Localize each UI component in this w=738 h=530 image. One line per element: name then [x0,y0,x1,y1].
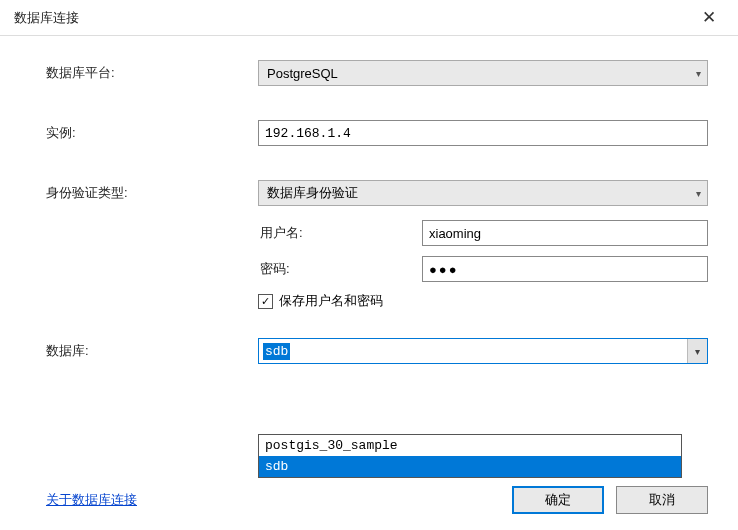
row-database: 数据库: sdb ▾ [46,338,708,364]
label-instance: 实例: [46,124,258,142]
footer: 关于数据库连接 确定 取消 [46,486,708,514]
row-authtype: 身份验证类型: 数据库身份验证 ▾ [46,180,708,206]
close-icon[interactable]: ✕ [694,7,724,28]
database-value: sdb [263,343,290,360]
about-link[interactable]: 关于数据库连接 [46,491,137,509]
combobox-chevron-down-icon[interactable]: ▾ [687,339,707,363]
username-value: xiaoming [429,226,481,241]
dropdown-item[interactable]: sdb [259,456,681,477]
label-username: 用户名: [258,224,422,242]
label-database: 数据库: [46,342,258,360]
database-dropdown: postgis_30_sample sdb [258,434,682,478]
credentials-col: 用户名: xiaoming 密码: ●●● ✓ 保存用户名和密码 [258,220,708,328]
check-icon: ✓ [261,296,270,307]
chevron-down-icon: ▾ [696,68,701,79]
titlebar: 数据库连接 ✕ [0,0,738,36]
dropdown-item[interactable]: postgis_30_sample [259,435,681,456]
username-input[interactable]: xiaoming [422,220,708,246]
database-text[interactable]: sdb [259,339,687,363]
authtype-select[interactable]: 数据库身份验证 ▾ [258,180,708,206]
cancel-button[interactable]: 取消 [616,486,708,514]
chevron-down-icon: ▾ [696,188,701,199]
content-area: 数据库平台: PostgreSQL ▾ 实例: 192.168.1.4 身份验证… [0,36,738,378]
row-platform: 数据库平台: PostgreSQL ▾ [46,60,708,86]
row-username: 用户名: xiaoming [258,220,708,246]
row-savecreds: ✓ 保存用户名和密码 [258,292,708,310]
row-instance: 实例: 192.168.1.4 [46,120,708,146]
label-password: 密码: [258,260,422,278]
row-credentials: 用户名: xiaoming 密码: ●●● ✓ 保存用户名和密码 [46,220,708,328]
label-authtype: 身份验证类型: [46,184,258,202]
password-mask: ●●● [429,262,459,277]
database-combobox[interactable]: sdb ▾ [258,338,708,364]
platform-value: PostgreSQL [267,66,338,81]
platform-select[interactable]: PostgreSQL ▾ [258,60,708,86]
row-password: 密码: ●●● [258,256,708,282]
window-title: 数据库连接 [14,9,79,27]
label-platform: 数据库平台: [46,64,258,82]
password-input[interactable]: ●●● [422,256,708,282]
authtype-value: 数据库身份验证 [267,184,358,202]
label-savecreds: 保存用户名和密码 [279,292,383,310]
ok-button[interactable]: 确定 [512,486,604,514]
instance-input[interactable]: 192.168.1.4 [258,120,708,146]
instance-value: 192.168.1.4 [265,126,351,141]
savecreds-checkbox[interactable]: ✓ [258,294,273,309]
